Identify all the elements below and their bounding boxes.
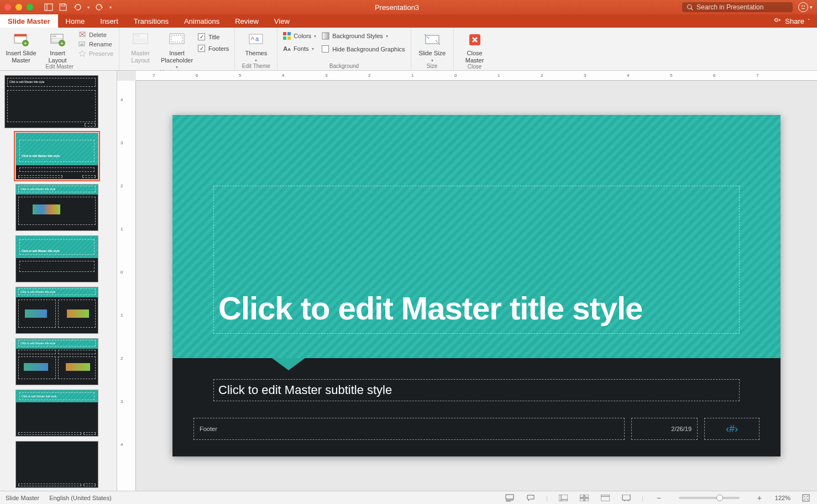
insert-layout-button[interactable]: + Insert Layout (42, 31, 73, 64)
fonts-icon: AA (283, 45, 291, 52)
svg-text:ab: ab (80, 43, 84, 46)
chevron-down-icon: ▾ (255, 58, 257, 63)
quick-access-toolbar: ▾ ▾ (44, 3, 112, 12)
subtitle-placeholder[interactable]: Click to edit Master subtitle style (213, 379, 740, 401)
slide-size-button[interactable]: Slide Size ▾ (417, 31, 448, 63)
tab-view[interactable]: View (266, 14, 297, 28)
layout-thumbnail-1[interactable]: Click to edit Master title style (15, 133, 117, 180)
svg-rect-35 (426, 35, 439, 44)
tab-review[interactable]: Review (227, 14, 266, 28)
ribbon-group-background: Colors▾ AAFonts▾ Background Styles▾ Hide… (277, 28, 411, 70)
master-layout-button: Master Layout (125, 31, 156, 64)
themes-icon: Aa (247, 31, 265, 49)
undo-icon[interactable] (73, 3, 82, 12)
svg-rect-37 (506, 495, 514, 499)
ribbon-group-edit-theme: Aa Themes ▾ Edit Theme (235, 28, 277, 70)
svg-rect-33 (287, 36, 291, 40)
close-icon (466, 31, 484, 49)
search-placeholder: Search in Presentation (696, 3, 763, 11)
search-icon (687, 4, 693, 11)
slide-scroll-area[interactable]: Click to edit Master title style Click t… (136, 81, 817, 491)
hide-background-checkbox[interactable]: Hide Background Graphics (322, 45, 405, 53)
preserve-icon (78, 50, 86, 57)
ribbon-group-size: Slide Size ▾ Size (411, 28, 454, 70)
svg-rect-49 (622, 495, 630, 500)
tab-slide-master[interactable]: Slide Master (0, 14, 58, 28)
layout-thumbnail-6[interactable]: Click to edit Master title style (15, 390, 117, 437)
tab-transitions[interactable]: Transitions (126, 14, 176, 28)
layout-thumbnail-2[interactable]: Click to edit Master title style (15, 184, 117, 231)
minimize-window-icon[interactable] (15, 4, 22, 11)
zoom-window-icon[interactable] (27, 4, 33, 11)
footers-checkbox[interactable]: ✓Footers (198, 45, 229, 52)
insert-placeholder-button[interactable]: Insert Placeholder ▾ (161, 31, 192, 70)
status-language[interactable]: English (United States) (49, 495, 112, 501)
close-master-button[interactable]: Close Master (459, 31, 490, 64)
work-area: 1 Click to edit Master title style Click… (0, 71, 817, 491)
layout-thumbnail-7[interactable] (15, 441, 117, 488)
ribbon-tabs: Slide Master Home Insert Transitions Ani… (0, 14, 817, 28)
qat-customize-icon[interactable]: ▾ (109, 5, 112, 10)
background-styles-dropdown[interactable]: Background Styles▾ (322, 32, 405, 40)
layout-thumbnail-3[interactable]: Click to edit Master title style (15, 235, 117, 282)
title-placeholder[interactable]: Click to edit Master title style (213, 186, 740, 334)
delete-button[interactable]: Delete (78, 31, 113, 39)
share-icon (774, 17, 782, 25)
thumbnail-pane[interactable]: 1 Click to edit Master title style Click… (0, 71, 117, 491)
reading-view-button[interactable] (600, 494, 611, 502)
svg-rect-9 (14, 34, 27, 36)
fonts-dropdown[interactable]: AAFonts▾ (283, 45, 316, 52)
colors-dropdown[interactable]: Colors▾ (283, 32, 316, 40)
title-checkbox[interactable]: ✓Title (198, 33, 229, 40)
feedback-icon[interactable] (798, 2, 808, 12)
collapse-ribbon-icon[interactable]: ˄ (808, 18, 810, 24)
slide-size-icon (423, 31, 441, 49)
layout-thumbnail-5[interactable]: Click to edit Master title style (15, 338, 117, 385)
zoom-in-button[interactable]: + (754, 494, 765, 502)
svg-text:+: + (60, 40, 64, 46)
fit-to-window-button[interactable] (800, 494, 811, 502)
close-window-icon[interactable] (4, 4, 11, 11)
background-styles-icon (322, 32, 329, 40)
themes-button[interactable]: Aa Themes ▾ (240, 31, 271, 63)
sorter-view-button[interactable] (579, 494, 590, 502)
svg-text:A: A (251, 35, 254, 41)
insert-layout-icon: + (49, 31, 66, 49)
zoom-level[interactable]: 122% (775, 495, 790, 501)
rename-button[interactable]: abRename (78, 40, 113, 48)
date-placeholder[interactable]: 2/26/19 (631, 418, 698, 440)
insert-slide-master-icon: + (12, 31, 30, 49)
group-label: Edit Theme (240, 63, 271, 70)
normal-view-button[interactable] (558, 494, 569, 502)
svg-point-3 (688, 5, 692, 9)
canvas: 765432101234567 432101234 Click to edit … (117, 71, 817, 491)
tab-home[interactable]: Home (58, 14, 93, 28)
page-number-placeholder[interactable]: ‹#› (704, 418, 760, 440)
tab-insert[interactable]: Insert (92, 14, 126, 28)
svg-rect-30 (283, 32, 286, 35)
search-input[interactable]: Search in Presentation (682, 2, 793, 12)
master-thumbnail[interactable]: 1 Click to edit Master title style (4, 75, 117, 128)
sidebar-toggle-icon[interactable] (44, 3, 53, 12)
share-button[interactable]: Share ˄ (767, 14, 817, 28)
preserve-button: Preserve (78, 50, 113, 57)
save-icon[interactable] (59, 3, 67, 12)
undo-dropdown-icon[interactable]: ▾ (87, 5, 90, 10)
tab-animations[interactable]: Animations (176, 14, 227, 28)
titlebar: ▾ ▾ Presentation3 Search in Presentation… (0, 0, 817, 14)
slide[interactable]: Click to edit Master title style Click t… (172, 115, 781, 456)
insert-slide-master-button[interactable]: + Insert Slide Master (6, 31, 36, 64)
svg-point-7 (775, 19, 778, 22)
layout-thumbnail-4[interactable]: Click to edit Master title style (15, 287, 117, 334)
notes-button[interactable] (504, 494, 515, 502)
account-dropdown-icon[interactable]: ▾ (810, 4, 813, 10)
redo-icon[interactable] (95, 3, 104, 12)
svg-rect-47 (601, 495, 610, 501)
svg-rect-13 (52, 35, 56, 37)
comments-button[interactable] (525, 494, 536, 502)
ribbon-group-edit-master: + Insert Slide Master + Insert Layout De… (0, 28, 119, 70)
footer-placeholder[interactable]: Footer (193, 418, 625, 440)
slideshow-button[interactable] (621, 494, 632, 502)
zoom-slider[interactable] (679, 497, 740, 499)
zoom-out-button[interactable]: − (653, 494, 664, 502)
